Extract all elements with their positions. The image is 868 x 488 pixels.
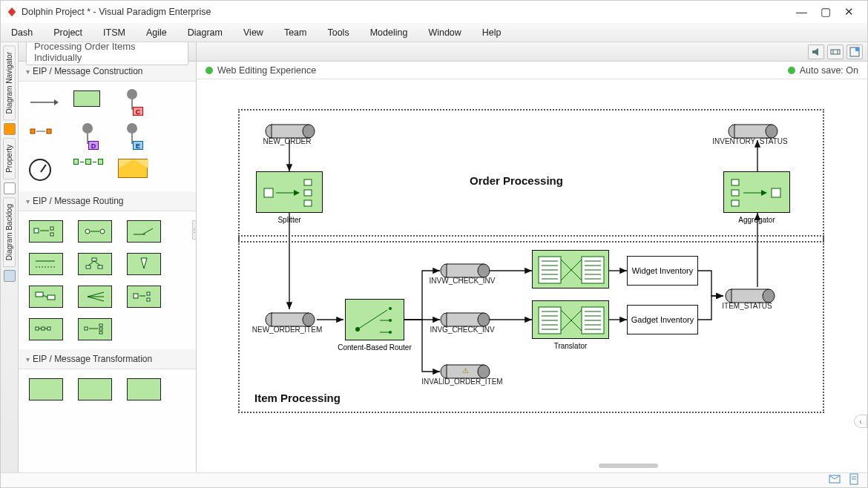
menu-modeling[interactable]: Modeling: [370, 27, 408, 38]
h-scrollbar[interactable]: [404, 464, 852, 468]
svg-rect-46: [855, 47, 859, 51]
palette-route-9[interactable]: [127, 286, 161, 308]
toolbar-fit-icon[interactable]: [827, 44, 844, 59]
palette-expiration[interactable]: [29, 159, 59, 182]
breadcrumb-bar: Processing Order Items Individually: [19, 42, 196, 62]
node-aggregator[interactable]: Aggregator: [723, 171, 790, 213]
node-translator-2[interactable]: Translator: [532, 300, 609, 339]
svg-point-93: [389, 307, 392, 310]
svg-rect-31: [147, 298, 150, 301]
svg-point-62: [766, 125, 777, 138]
palette-sequence[interactable]: [73, 159, 103, 182]
status-dot-left: [206, 67, 213, 74]
palette-route-8[interactable]: [78, 286, 112, 308]
menu-dash[interactable]: Dash: [11, 27, 33, 38]
palette-small-arrow[interactable]: [29, 125, 59, 148]
window-max-button[interactable]: ▢: [821, 5, 831, 19]
svg-line-92: [358, 310, 387, 329]
canvas-area: ⋮ Web Editing Experience Auto save: On: [197, 42, 867, 472]
palette-route-1[interactable]: [29, 220, 63, 243]
window-close-button[interactable]: ✕: [844, 5, 854, 19]
svg-rect-22: [36, 292, 43, 297]
palette-route-7[interactable]: [29, 286, 63, 308]
node-invalid[interactable]: ⚠ INVALID_ORDER_ITEM: [440, 364, 490, 379]
palette-route-10[interactable]: [29, 318, 63, 340]
node-gadget-inventory[interactable]: Gadget Inventory: [627, 305, 698, 334]
node-inventory-status[interactable]: INVENTORY_STATUS: [728, 124, 778, 139]
palette-envelope[interactable]: [118, 159, 148, 182]
rail-tab-property[interactable]: Property: [3, 138, 16, 179]
breadcrumb-item[interactable]: Processing Order Items Individually: [26, 42, 188, 65]
menu-itsm[interactable]: ITSM: [103, 27, 125, 38]
menu-diagram[interactable]: Diagram: [188, 27, 223, 38]
svg-line-24: [43, 295, 47, 297]
svg-point-94: [389, 319, 392, 322]
svg-rect-39: [99, 324, 102, 326]
svg-rect-16: [92, 258, 96, 261]
svg-rect-17: [86, 266, 91, 268]
node-item-status[interactable]: ITEM_STATUS: [725, 288, 775, 303]
menu-window[interactable]: Window: [428, 27, 461, 38]
diagram-canvas[interactable]: Order Processing Item Processing NEW_ORD…: [197, 79, 867, 472]
node-content-router[interactable]: Content-Based Router: [345, 299, 404, 340]
svg-line-26: [88, 297, 104, 301]
menu-tools[interactable]: Tools: [327, 27, 349, 38]
svg-point-78: [763, 289, 775, 303]
footer-mail-icon[interactable]: [829, 473, 841, 488]
palette-trans-2[interactable]: [78, 378, 112, 400]
menu-bar: Dash Project ITSM Agile Diagram View Tea…: [1, 23, 867, 42]
palette-trans-1[interactable]: [29, 378, 63, 400]
node-invg[interactable]: INVG_CHECK_INV: [440, 312, 490, 327]
right-collapse-handle[interactable]: ‹: [854, 415, 867, 428]
palette-route-11[interactable]: [78, 318, 112, 340]
palette-route-3[interactable]: [127, 220, 161, 243]
node-new-order-item[interactable]: NEW_ORDER_ITEM: [265, 312, 315, 327]
palette-section-transformation[interactable]: EIP / Message Transformation: [19, 349, 196, 369]
svg-point-71: [478, 313, 490, 326]
svg-line-19: [88, 261, 94, 266]
node-splitter[interactable]: Splitter: [256, 171, 323, 213]
palette-route-2[interactable]: [78, 220, 112, 243]
toolbar-grid-icon[interactable]: [846, 44, 863, 59]
palette-route-6[interactable]: [127, 253, 161, 275]
menu-help[interactable]: Help: [482, 27, 502, 38]
menu-agile[interactable]: Agile: [146, 27, 167, 38]
palette-route-5[interactable]: [78, 253, 112, 275]
svg-marker-1: [54, 99, 59, 105]
svg-text:⚠: ⚠: [462, 366, 469, 375]
node-widget-inventory[interactable]: Widget Inventory: [627, 256, 698, 286]
palette-trans-3[interactable]: [127, 378, 161, 400]
menu-team[interactable]: Team: [284, 27, 307, 38]
svg-marker-89: [761, 190, 767, 196]
window-titlebar: Dolphin Project * - Visual Paradigm Ente…: [1, 1, 867, 23]
svg-rect-41: [99, 332, 102, 334]
svg-rect-5: [34, 228, 39, 233]
svg-rect-33: [42, 327, 45, 330]
svg-rect-28: [134, 294, 138, 298]
palette-section-routing[interactable]: EIP / Message Routing: [19, 191, 196, 211]
palette-correlation-e[interactable]: E: [118, 125, 148, 148]
svg-point-59: [303, 125, 315, 138]
node-invw[interactable]: INVW_CHECK_INV: [440, 263, 490, 278]
frame-item-processing[interactable]: Item Processing: [238, 235, 824, 413]
rail-tab-backlog[interactable]: Diagram Backlog: [3, 197, 16, 267]
footer-bar: [1, 472, 867, 487]
palette-route-4[interactable]: [29, 253, 63, 275]
toolbar-announce-icon[interactable]: [808, 44, 824, 59]
rail-tab-navigator[interactable]: Diagram Navigator: [3, 45, 16, 120]
svg-rect-84: [304, 200, 312, 206]
svg-rect-79: [264, 188, 273, 197]
node-translator-1[interactable]: [532, 250, 609, 288]
menu-view[interactable]: View: [243, 27, 263, 38]
palette-command-message[interactable]: [73, 90, 103, 114]
svg-rect-4: [47, 129, 51, 133]
node-new-order[interactable]: NEW_ORDER: [265, 124, 315, 139]
menu-project[interactable]: Project: [53, 27, 82, 38]
palette-message-arrow[interactable]: [29, 90, 59, 114]
svg-marker-21: [141, 258, 147, 268]
window-min-button[interactable]: —: [796, 5, 807, 19]
svg-rect-83: [304, 190, 312, 196]
palette-correlation-d[interactable]: D: [73, 125, 103, 148]
footer-doc-icon[interactable]: [848, 473, 860, 488]
palette-correlation-c[interactable]: C: [118, 90, 148, 114]
